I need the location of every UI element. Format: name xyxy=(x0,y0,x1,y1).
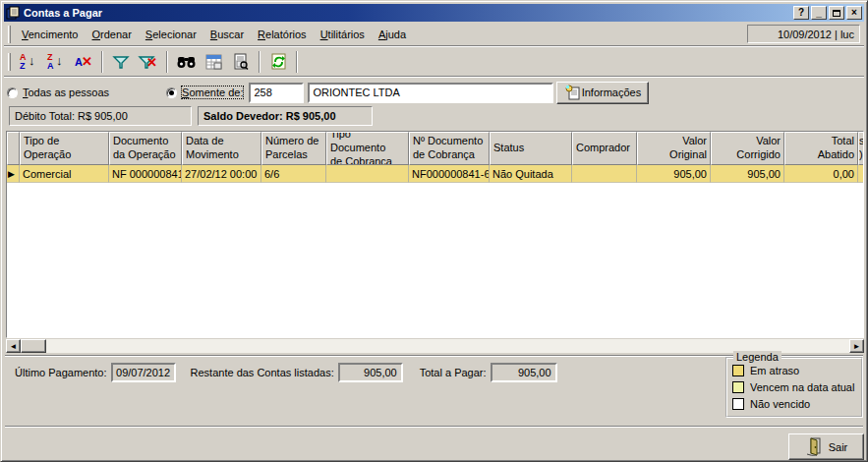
exit-door-icon xyxy=(805,437,823,456)
scroll-right-icon: ► xyxy=(853,342,861,351)
menu-ajuda[interactable]: Ajuda xyxy=(372,26,413,43)
cell-numero-parcelas: 6/6 xyxy=(261,165,326,183)
filter-icon xyxy=(112,53,130,71)
sair-label: Sair xyxy=(829,441,848,453)
cell-total-abatido: 0,00 xyxy=(784,165,858,183)
radio-todas-as-pessoas[interactable] xyxy=(7,87,18,98)
menu-vencimento[interactable]: Vencimento xyxy=(15,26,86,43)
informacoes-label: Informações xyxy=(582,87,642,98)
footer-totals-row: Último Pagamento: 09/07/2012 Restante da… xyxy=(15,363,557,382)
filter-button[interactable] xyxy=(109,50,133,73)
grid-header: Tipo de Operação Documento da Operação D… xyxy=(7,132,863,165)
ultimo-pagamento-label: Último Pagamento: xyxy=(15,367,107,378)
ultimo-pagamento-value: 09/07/2012 xyxy=(111,363,176,382)
find-button[interactable] xyxy=(174,50,198,73)
window-title: Contas a Pagar xyxy=(24,7,791,19)
cell-comprador xyxy=(572,165,637,183)
maximize-button[interactable] xyxy=(829,6,844,20)
toolbar-separator xyxy=(259,51,260,73)
column-header-indicator[interactable] xyxy=(7,132,20,165)
em-atraso-label: Em atraso xyxy=(750,365,799,376)
column-header-documento-operacao[interactable]: Documento da Operação xyxy=(109,132,182,165)
totals-row: Débito Total: R$ 905,00 Saldo Devedor: R… xyxy=(9,106,373,126)
sort-descending-button[interactable]: Z A ↓ xyxy=(44,50,68,73)
scroll-left-icon: ◄ xyxy=(10,342,18,351)
cell-valor-original: 905,00 xyxy=(637,165,711,183)
clear-sort-button[interactable]: A ✕ xyxy=(72,50,95,73)
column-header-data-movimento[interactable]: Data de Movimento xyxy=(182,132,261,165)
refresh-icon xyxy=(270,53,287,70)
toolbar-separator xyxy=(101,51,103,73)
informacoes-button[interactable]: Informações xyxy=(556,82,649,104)
column-header-valor-original[interactable]: Valor Original xyxy=(637,132,711,165)
radio-somente-de[interactable] xyxy=(166,87,177,98)
refresh-button[interactable] xyxy=(266,50,290,73)
column-header-comprador[interactable]: Comprador xyxy=(572,132,637,165)
scrollbar-track[interactable] xyxy=(46,339,849,353)
radio-somente-label[interactable]: Somente de: xyxy=(182,87,243,98)
minimize-icon: _ xyxy=(816,8,822,18)
menu-selecionar[interactable]: Selecionar xyxy=(139,26,203,43)
date-user-panel: 10/09/2012 | luc xyxy=(747,25,860,43)
toolbar: A Z ↓ Z A ↓ A ✕ xyxy=(4,47,864,77)
saldo-devedor-panel: Saldo Devedor: R$ 905,00 xyxy=(198,106,373,126)
spreadsheet-button[interactable] xyxy=(202,50,225,73)
cell-documento-operacao: NF 000000841 xyxy=(109,165,182,183)
toolbar-gripper[interactable] xyxy=(8,53,11,71)
close-button[interactable]: × xyxy=(846,6,862,20)
column-header-numero-parcelas[interactable]: Número de Parcelas xyxy=(261,132,326,165)
legend-title: Legenda xyxy=(733,351,781,363)
contas-grid: Tipo de Operação Documento da Operação D… xyxy=(6,131,864,338)
table-row[interactable]: ▶ Comercial NF 000000841 27/02/12 00:00 … xyxy=(7,165,863,183)
debito-total-panel: Débito Total: R$ 905,00 xyxy=(9,106,192,126)
legend-item-vencem-hoje: Vencem na data atual xyxy=(732,378,856,395)
informacoes-icon xyxy=(565,85,581,100)
clear-filter-icon: ✕ xyxy=(138,53,159,71)
cell-tipo-operacao: Comercial xyxy=(20,165,109,183)
menu-utilitarios[interactable]: Utilitários xyxy=(314,26,372,43)
toolbar-separator xyxy=(296,51,298,73)
title-bar: Contas a Pagar ? _ × xyxy=(4,4,864,22)
scroll-right-button[interactable]: ► xyxy=(849,339,864,353)
em-atraso-swatch xyxy=(732,365,744,376)
cell-clipped xyxy=(858,165,864,183)
cell-valor-corrigido: 905,00 xyxy=(711,165,784,183)
vencem-hoje-swatch xyxy=(732,381,744,393)
cell-status: Não Quitada xyxy=(490,165,572,183)
column-header-tipo-doc-cobranca[interactable]: Tipo Documento de Cobrança xyxy=(326,132,409,165)
legend-item-em-atraso: Em atraso xyxy=(732,362,856,378)
find-icon xyxy=(177,55,196,69)
sort-ascending-button[interactable]: A Z ↓ xyxy=(17,50,40,73)
person-name-input[interactable] xyxy=(308,83,553,103)
menu-gripper[interactable] xyxy=(8,26,11,43)
person-code-input[interactable] xyxy=(249,83,304,103)
minimize-button[interactable]: _ xyxy=(811,6,827,20)
restante-label: Restante das Contas listadas: xyxy=(191,367,334,378)
divider xyxy=(5,426,863,428)
column-header-clipped[interactable]: s ) xyxy=(858,132,864,165)
column-header-num-doc-cobranca[interactable]: Nº Documento de Cobrança xyxy=(409,132,490,165)
radio-todas-label[interactable]: Todas as pessoas xyxy=(23,87,109,98)
sort-descending-icon: Z A ↓ xyxy=(46,53,66,71)
column-header-valor-corrigido[interactable]: Valor Corrigido xyxy=(711,132,784,165)
clear-filter-button[interactable]: ✕ xyxy=(137,50,160,73)
legend-item-nao-vencido: Não vencido xyxy=(732,395,856,412)
column-header-tipo-operacao[interactable]: Tipo de Operação xyxy=(20,132,109,165)
vencem-hoje-label: Vencem na data atual xyxy=(750,381,854,393)
restante-value: 905,00 xyxy=(338,363,403,382)
report-preview-button[interactable] xyxy=(229,50,253,73)
clear-sort-icon: A ✕ xyxy=(74,53,93,71)
app-window: Contas a Pagar ? _ × Vencimento Ordenar … xyxy=(0,0,868,462)
sair-button[interactable]: Sair xyxy=(788,433,864,460)
column-header-total-abatido[interactable]: Total Abatido xyxy=(784,132,858,165)
total-a-pagar-value: 905,00 xyxy=(491,363,557,382)
menu-buscar[interactable]: Buscar xyxy=(203,26,251,43)
column-header-status[interactable]: Status xyxy=(490,132,572,165)
person-filter-row: Todas as pessoas Somente de: Informações xyxy=(7,82,861,103)
menu-relatorios[interactable]: Relatórios xyxy=(251,26,314,43)
menu-ordenar[interactable]: Ordenar xyxy=(86,26,139,43)
help-button[interactable]: ? xyxy=(793,6,809,20)
scrollbar-thumb[interactable] xyxy=(21,339,46,353)
scroll-left-button[interactable]: ◄ xyxy=(6,339,21,353)
row-indicator-icon: ▶ xyxy=(7,165,20,183)
